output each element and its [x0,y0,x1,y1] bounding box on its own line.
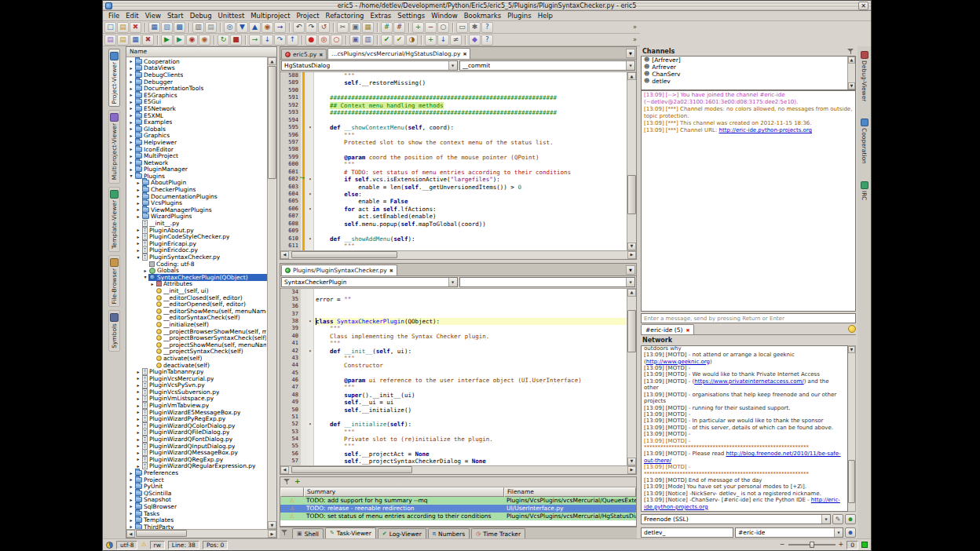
project-tree-vertical-scrollbar[interactable]: ▲ ▼ [267,57,276,529]
tree-item[interactable]: ▸DocumentationTools [126,85,267,92]
scroll-down-arrow[interactable]: ▼ [627,243,636,250]
edit-network-button[interactable]: ✎ [832,514,843,524]
tree-item[interactable]: ▸Project [126,476,267,483]
task-header-filename[interactable]: Filename [504,487,636,497]
expand-arrow[interactable]: ▸ [135,194,141,199]
toolbar-cut-button[interactable]: ✂ [337,22,349,33]
tree-item[interactable]: Coding: utf-8 [126,261,267,268]
toolbar-undo-button[interactable]: ↶ [293,22,305,33]
menu-project[interactable]: Project [294,12,323,20]
expand-arrow[interactable]: ▸ [135,437,141,442]
filter-tasks-icon[interactable] [283,478,291,485]
readwrite-indicator[interactable]: rw [150,541,165,549]
window-close-button[interactable]: ✕ [858,2,868,10]
expand-arrow[interactable]: ▸ [135,248,141,253]
tree-item[interactable]: ▾Plugins [126,173,267,180]
tree-item[interactable]: ▸PluginEricdoc.py [126,247,267,254]
expand-arrow[interactable]: ▸ [128,498,134,502]
tree-item[interactable]: ▸PyUnit [126,483,267,490]
scroll-down-arrow[interactable]: ▼ [268,521,276,529]
tree-item[interactable]: __projectBrowserSyntaxCheck(self) [126,334,267,341]
tree-item[interactable]: ▸QScintilla [126,490,267,497]
toolbar-vcs-diff-button[interactable]: ≠ [450,35,462,46]
menu-plugins[interactable]: Plugins [504,12,534,20]
expand-arrow[interactable]: ▸ [128,59,134,64]
expand-arrow[interactable]: ▸ [128,72,134,77]
menu-help[interactable]: Help [535,12,556,20]
tree-item[interactable]: ▸E5XML [126,112,267,119]
toolbar-step-over-button[interactable]: ↷ [274,35,286,46]
expand-arrow[interactable]: ▸ [135,417,141,421]
tree-item[interactable]: ▸PluginEricapi.py [126,240,267,247]
scrollbar-thumb[interactable] [627,310,636,352]
editor-combo-class[interactable]: HgStatusDialog▼ [281,60,458,71]
expand-arrow[interactable]: ▸ [128,93,134,97]
menu-view[interactable]: View [142,12,164,20]
tree-item[interactable]: ▸VcsPlugins [126,199,267,206]
fold-margin[interactable]: ▾ [307,191,314,198]
toolbar-step-button[interactable]: ↓ [261,35,273,46]
toolbar-revert-button[interactable]: ↺ [318,22,330,33]
tree-item[interactable]: __init__.py [126,220,267,227]
tree-item[interactable]: ▸DebugClients [126,71,267,78]
fold-margin[interactable]: ▾ [307,176,314,183]
expand-arrow[interactable]: ▸ [128,86,134,91]
toolbar-search-prev-button[interactable]: ▲ [249,22,261,33]
expand-arrow[interactable]: ▸ [135,201,141,206]
task-row[interactable]: ⚠TODO: release - reenable redirectionUI/… [280,505,636,513]
channel-select[interactable]: #eric-ide ▼ [735,527,843,538]
bottom-tab-shell[interactable]: ▣Shell [292,528,324,538]
scroll-down-arrow[interactable]: ▼ [848,82,855,89]
menu-refactoring[interactable]: Refactoring [323,12,368,20]
toolbar-open-multiproject-button[interactable]: ▤ [104,35,116,46]
toolbar-unittest-script-button[interactable]: ▥ [362,35,374,46]
editor-tab[interactable]: ...csPlugins/vcsMercurial/HgStatusDialog… [327,48,470,59]
scroll-right-arrow[interactable]: ▶ [627,466,636,474]
scroll-left-arrow[interactable]: ◀ [126,530,135,538]
tree-item[interactable]: ▸Cooperation [126,58,267,65]
toolbar-uncomment-button[interactable]: # [393,22,405,33]
tree-item[interactable]: __projectSyntaxCheck(self) [126,348,267,356]
editor-vertical-scrollbar[interactable]: ▲▼ [627,289,636,465]
tree-item[interactable]: ▸AboutPlugin [126,180,267,187]
toolbar-save-project-button[interactable]: ▦ [130,35,141,46]
toolbar-new-window-button[interactable]: ▭ [456,22,468,33]
tree-item[interactable]: ▸E5Network [126,105,267,112]
expand-arrow[interactable]: ▸ [135,228,141,232]
channel-tab-eric-ide[interactable]: #eric-ide (5) ✖ [641,324,694,334]
tree-item[interactable]: ▸PluginTabnanny.py [126,368,267,375]
expand-arrow[interactable]: ▸ [135,410,141,414]
menu-edit[interactable]: Edit [122,12,141,20]
tree-item[interactable]: __initialize(self) [126,321,267,328]
close-channel-icon[interactable]: ✖ [686,327,689,333]
toolbar-run-script-button[interactable]: ▶ [161,35,173,46]
toolbar-clear-breakpoints-button[interactable]: ○ [331,35,342,46]
expand-arrow[interactable]: ▸ [128,106,134,111]
expand-arrow[interactable]: ▸ [128,511,134,516]
expand-arrow[interactable]: ▸ [135,451,141,455]
expand-arrow[interactable]: ▸ [128,504,134,509]
tree-item[interactable]: ▸PluginVmListspace.py [126,396,267,403]
toolbar-overflow-button[interactable]: » [631,36,638,43]
tree-item[interactable]: deactivate(self) [126,362,267,369]
toolbar-open-button[interactable]: ▤ [117,22,129,33]
zoom-slider-thumb[interactable] [810,542,814,548]
menu-extras[interactable]: Extras [367,12,394,20]
tree-item[interactable]: ▸Graphics [126,133,267,140]
toolbar-next-breakpoint-button[interactable]: ◎ [318,35,330,46]
menu-window[interactable]: Window [428,12,461,20]
expand-arrow[interactable]: ▸ [128,120,134,125]
toolbar-open-project-button[interactable]: ▤ [117,35,129,46]
tree-item[interactable]: ▸Globals [126,126,267,133]
toolbar-comment-button[interactable]: # [381,22,393,33]
expand-arrow[interactable]: ▸ [128,126,134,131]
bottom-tab-numbers[interactable]: πNumbers [428,528,470,538]
toolbar-check-syntax-button[interactable]: ✔ [381,35,393,46]
toolbar-step-out-button[interactable]: ↑ [287,35,298,46]
tree-item[interactable]: __editorSyntaxCheck(self) [126,315,267,322]
expand-arrow[interactable]: ▸ [128,133,134,138]
expand-arrow[interactable]: ▸ [135,207,141,212]
menu-bookmarks[interactable]: Bookmarks [461,12,505,20]
network-select[interactable]: Freenode (SSL) ▼ [641,514,831,524]
menu-unittest[interactable]: Unittest [215,12,248,20]
